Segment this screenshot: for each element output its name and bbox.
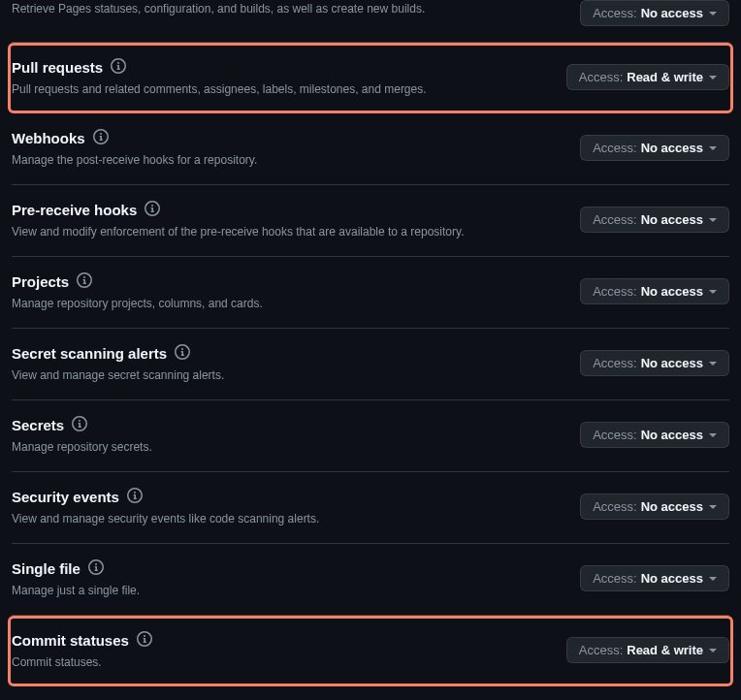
- permission-title: Secrets: [12, 417, 64, 433]
- permission-description: View and manage security events like cod…: [12, 510, 580, 527]
- permission-info: Single fileManage just a single file.: [12, 559, 580, 599]
- permission-info: Retrieve Pages statuses, configuration, …: [12, 0, 580, 17]
- permission-info: Pre-receive hooksView and modify enforce…: [12, 201, 580, 240]
- permission-info: Security eventsView and manage security …: [12, 488, 580, 527]
- access-value: No access: [641, 212, 703, 227]
- chevron-down-icon: [709, 290, 717, 294]
- access-value: No access: [641, 428, 703, 442]
- permission-title-row: Pre-receive hooks: [12, 201, 580, 219]
- permission-title-row: Secrets: [12, 416, 580, 434]
- permission-row: Pull requestsPull requests and related c…: [8, 43, 733, 113]
- permission-row: SecretsManage repository secrets.Access:…: [12, 400, 729, 472]
- access-value: No access: [641, 6, 703, 20]
- access-label: Access:: [593, 212, 637, 227]
- permission-description: Manage repository projects, columns, and…: [12, 295, 580, 312]
- info-icon[interactable]: [137, 631, 152, 650]
- access-value: Read & write: [627, 643, 703, 657]
- chevron-down-icon: [709, 577, 717, 581]
- access-label: Access:: [593, 571, 637, 586]
- access-label: Access:: [579, 70, 624, 84]
- permission-info: Commit statusesCommit statuses.: [12, 631, 566, 671]
- access-dropdown[interactable]: Access: No access: [580, 565, 729, 591]
- access-dropdown[interactable]: Access: No access: [580, 207, 729, 233]
- access-value: No access: [641, 571, 703, 586]
- permission-title: Security events: [12, 489, 119, 505]
- access-label: Access:: [593, 141, 637, 155]
- permission-row-truncated: Retrieve Pages statuses, configuration, …: [12, 0, 729, 43]
- permission-title: Pull requests: [12, 59, 103, 76]
- access-dropdown[interactable]: Access: No access: [580, 278, 729, 304]
- permission-row: ProjectsManage repository projects, colu…: [12, 257, 729, 329]
- permission-info: Pull requestsPull requests and related c…: [12, 58, 566, 98]
- info-icon[interactable]: [175, 344, 190, 363]
- permission-info: WebhooksManage the post-receive hooks fo…: [12, 129, 580, 169]
- chevron-down-icon: [709, 362, 717, 366]
- access-value: Read & write: [627, 70, 703, 84]
- permission-title-row: Pull requests: [12, 58, 566, 77]
- permission-title: Pre-receive hooks: [12, 202, 137, 218]
- permission-title: Projects: [12, 273, 69, 290]
- access-dropdown[interactable]: Access: Read & write: [566, 637, 729, 663]
- chevron-down-icon: [709, 12, 717, 16]
- permission-row: Pre-receive hooksView and modify enforce…: [12, 185, 729, 257]
- permission-info: Secret scanning alertsView and manage se…: [12, 344, 580, 384]
- permission-title-row: Single file: [12, 559, 580, 578]
- permission-title-row: Security events: [12, 488, 580, 506]
- permission-description: View and modify enforcement of the pre-r…: [12, 223, 580, 240]
- info-icon[interactable]: [88, 559, 104, 578]
- chevron-down-icon: [709, 433, 717, 437]
- permission-description: Manage repository secrets.: [12, 438, 580, 456]
- chevron-down-icon: [709, 649, 717, 652]
- permission-title: Commit statuses: [12, 632, 129, 649]
- permission-row: Security eventsView and manage security …: [12, 472, 729, 544]
- permission-row: Dependabot alertsAccess: No access: [12, 686, 729, 700]
- chevron-down-icon: [709, 76, 717, 80]
- access-label: Access:: [579, 643, 624, 657]
- permission-row: Secret scanning alertsView and manage se…: [12, 329, 729, 400]
- chevron-down-icon: [709, 505, 717, 509]
- permission-description: Manage the post-receive hooks for a repo…: [12, 151, 580, 169]
- permission-description: Manage just a single file.: [12, 582, 580, 599]
- permission-row: Single fileManage just a single file.Acc…: [12, 544, 729, 616]
- access-value: No access: [641, 356, 703, 370]
- chevron-down-icon: [709, 146, 717, 150]
- permission-title-row: Secret scanning alerts: [12, 344, 580, 363]
- permission-title-row: Commit statuses: [12, 631, 566, 650]
- permission-title-row: Webhooks: [12, 129, 580, 147]
- access-label: Access:: [593, 284, 637, 299]
- access-value: No access: [641, 141, 703, 155]
- info-icon[interactable]: [111, 58, 126, 77]
- access-label: Access:: [593, 428, 637, 442]
- permission-description: View and manage secret scanning alerts.: [12, 366, 580, 384]
- permission-description: Pull requests and related comments, assi…: [12, 80, 566, 98]
- info-icon[interactable]: [77, 272, 92, 291]
- permission-title-row: Projects: [12, 272, 580, 291]
- access-dropdown[interactable]: Access: No access: [580, 0, 729, 26]
- permission-title: Secret scanning alerts: [12, 345, 167, 362]
- info-icon[interactable]: [72, 416, 87, 434]
- access-dropdown[interactable]: Access: No access: [580, 422, 729, 448]
- info-icon[interactable]: [93, 129, 109, 147]
- access-label: Access:: [593, 6, 637, 20]
- access-value: No access: [641, 284, 703, 299]
- permission-info: ProjectsManage repository projects, colu…: [12, 272, 580, 312]
- access-label: Access:: [593, 499, 637, 514]
- permissions-list: Retrieve Pages statuses, configuration, …: [0, 0, 741, 700]
- access-value: No access: [641, 499, 703, 514]
- chevron-down-icon: [709, 218, 717, 222]
- permission-title: Single file: [12, 560, 81, 577]
- permission-info: SecretsManage repository secrets.: [12, 416, 580, 456]
- info-icon[interactable]: [127, 488, 143, 506]
- permission-row: Commit statusesCommit statuses.Access: R…: [8, 616, 733, 686]
- access-dropdown[interactable]: Access: No access: [580, 493, 729, 520]
- permission-description: Retrieve Pages statuses, configuration, …: [12, 0, 580, 17]
- permission-description: Commit statuses.: [12, 653, 566, 671]
- access-dropdown[interactable]: Access: No access: [580, 135, 729, 161]
- info-icon[interactable]: [145, 201, 160, 219]
- access-dropdown[interactable]: Access: Read & write: [566, 64, 729, 90]
- access-label: Access:: [593, 356, 637, 370]
- permission-row: WebhooksManage the post-receive hooks fo…: [12, 113, 729, 185]
- permission-title: Webhooks: [12, 130, 85, 146]
- access-dropdown[interactable]: Access: No access: [580, 350, 729, 376]
